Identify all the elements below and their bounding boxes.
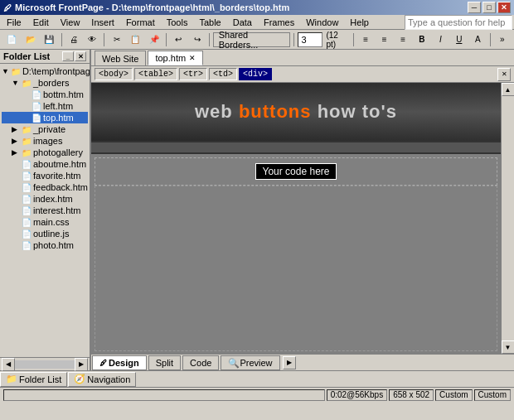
folder-icon: 📁: [11, 67, 21, 76]
borders-expand-icon[interactable]: ▼: [12, 79, 20, 87]
tree-maincss[interactable]: 📄 main.css: [2, 216, 88, 228]
menu-insert[interactable]: Insert: [86, 16, 119, 29]
copy-btn[interactable]: 📋: [127, 31, 144, 48]
breadcrumb-close[interactable]: ✕: [497, 68, 511, 81]
tree-borders-folder[interactable]: ▼ 📁 _borders: [2, 77, 88, 89]
maximize-button[interactable]: □: [482, 2, 496, 13]
font-size-input[interactable]: [298, 32, 322, 47]
breadcrumb-table[interactable]: <table>: [134, 68, 177, 80]
tree-feedback-label: feedback.htm: [33, 182, 88, 192]
menu-table[interactable]: Table: [194, 16, 225, 29]
minimize-button[interactable]: ─: [468, 2, 481, 13]
app-icon: 🖊: [3, 3, 12, 12]
status-custom1-label: Custom: [439, 390, 468, 399]
tab-website[interactable]: Web Site: [95, 51, 146, 65]
menu-edit[interactable]: Edit: [28, 16, 54, 29]
tree-scroll-left[interactable]: ◀: [2, 358, 15, 371]
images-expand-icon[interactable]: ▶: [12, 137, 20, 145]
aboutme-file-icon: 📄: [22, 160, 32, 169]
folder-panel-minimize[interactable]: _: [62, 51, 74, 61]
breadcrumb-td[interactable]: <td>: [209, 68, 237, 80]
folder-panel-close[interactable]: ✕: [75, 51, 86, 61]
tree-feedback[interactable]: 📄 feedback.htm: [2, 181, 88, 193]
header-text-orange: buttons: [239, 101, 312, 122]
tree-bottm-label: bottm.htm: [43, 89, 84, 99]
tab-split[interactable]: Split: [148, 355, 181, 370]
expand-icon[interactable]: ▼: [2, 67, 9, 75]
code-placeholder-box: Your code here: [255, 163, 337, 180]
breadcrumb-div[interactable]: <div>: [239, 68, 272, 80]
bold-btn[interactable]: B: [414, 31, 431, 48]
breadcrumb-tr[interactable]: <tr>: [179, 68, 207, 80]
tree-index[interactable]: 📄 index.htm: [2, 193, 88, 205]
menu-window[interactable]: Window: [301, 16, 343, 29]
private-expand-icon[interactable]: ▶: [12, 125, 20, 133]
tab-preview[interactable]: 🔍 Preview: [221, 355, 279, 370]
tab-code[interactable]: Code: [182, 355, 219, 370]
tab-document[interactable]: top.htm ✕: [148, 51, 203, 65]
tree-top-label: top.htm: [43, 113, 74, 123]
tree-aboutme[interactable]: 📄 aboutme.htm: [2, 158, 88, 170]
menu-data[interactable]: Data: [228, 16, 257, 29]
tree-outlinejs[interactable]: 📄 outline.js: [2, 228, 88, 239]
tree-images-label: images: [33, 136, 62, 146]
content-gray-area: [95, 186, 497, 351]
italic-btn[interactable]: I: [432, 31, 449, 48]
bottom-folder-list-tab[interactable]: 📁 Folder List: [0, 372, 67, 387]
vertical-scrollbar: ▲ ▼: [501, 83, 514, 354]
tree-left[interactable]: 📄 left.htm: [2, 100, 88, 112]
photogallery-expand-icon[interactable]: ▶: [12, 148, 20, 157]
print-btn[interactable]: 🖨: [65, 31, 82, 48]
undo-btn[interactable]: ↩: [170, 31, 187, 48]
tree-photogallery[interactable]: ▶ 📁 photogallery: [2, 147, 88, 158]
tree-aboutme-label: aboutme.htm: [33, 159, 86, 169]
redo-btn[interactable]: ↪: [188, 31, 206, 48]
underline-btn[interactable]: U: [451, 31, 468, 48]
tab-close-icon[interactable]: ✕: [189, 54, 196, 62]
toolbar-sep-1: [61, 33, 62, 46]
bottom-navigation-tab[interactable]: 🧭 Navigation: [68, 372, 136, 387]
more-btn[interactable]: »: [493, 31, 511, 48]
tab-scroll-right[interactable]: ▶: [283, 356, 296, 369]
new-btn[interactable]: 📄: [3, 31, 21, 48]
tree-images[interactable]: ▶ 📁 images: [2, 135, 88, 147]
page-nav: [91, 141, 501, 154]
tree-interest-label: interest.htm: [33, 205, 80, 215]
tree-photo[interactable]: 📄 photo.htm: [2, 239, 88, 251]
status-dimensions-label: 658 x 502: [393, 390, 429, 399]
outlinejs-file-icon: 📄: [22, 229, 32, 239]
align-right-btn[interactable]: ≡: [395, 31, 412, 48]
help-input[interactable]: [405, 15, 512, 30]
menu-tools[interactable]: Tools: [162, 16, 193, 29]
menu-frames[interactable]: Frames: [259, 16, 299, 29]
font-size-label: (12 pt): [326, 31, 348, 49]
paste-btn[interactable]: 📌: [145, 31, 162, 48]
cut-btn[interactable]: ✂: [108, 31, 125, 48]
tree-root[interactable]: ▼ 📁 D:\temp\frontpage\html: [2, 65, 88, 77]
photogallery-folder-icon: 📁: [22, 148, 32, 157]
v-scroll-up[interactable]: ▲: [502, 83, 515, 96]
tree-interest[interactable]: 📄 interest.htm: [2, 205, 88, 216]
menu-format[interactable]: Format: [121, 16, 160, 29]
align-center-btn[interactable]: ≡: [376, 31, 394, 48]
doc-tabs: Web Site top.htm ✕: [91, 50, 514, 66]
menu-view[interactable]: View: [56, 16, 85, 29]
align-left-btn[interactable]: ≡: [357, 31, 375, 48]
tab-design-label: Design: [109, 358, 139, 368]
preview-btn[interactable]: 👁: [84, 31, 101, 48]
tree-favorite[interactable]: 📄 favorite.htm: [2, 170, 88, 181]
tree-bottm[interactable]: 📄 bottm.htm: [2, 89, 88, 100]
open-btn[interactable]: 📂: [22, 31, 40, 48]
menu-file[interactable]: File: [2, 16, 27, 29]
v-scroll-down[interactable]: ▼: [502, 340, 515, 354]
menu-help[interactable]: Help: [345, 16, 374, 29]
save-btn[interactable]: 💾: [41, 31, 58, 48]
tree-top[interactable]: 📄 top.htm: [2, 112, 88, 123]
tree-private[interactable]: ▶ 📁 _private: [2, 123, 88, 135]
close-button[interactable]: ✕: [497, 2, 511, 13]
tree-scroll-right[interactable]: ▶: [75, 358, 88, 371]
shared-borders-button[interactable]: Shared Borders...: [213, 32, 291, 47]
font-color-btn[interactable]: A: [469, 31, 487, 48]
tab-design[interactable]: 🖊 Design: [92, 355, 147, 370]
breadcrumb-body[interactable]: <body>: [95, 68, 133, 80]
